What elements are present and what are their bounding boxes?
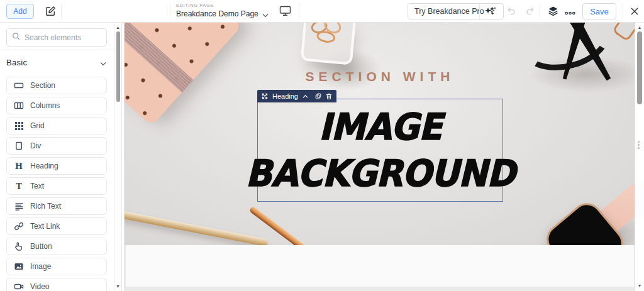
edit-pencil-icon: [45, 6, 56, 19]
divider: [170, 4, 170, 19]
responsive-preview-button[interactable]: [279, 6, 291, 18]
divider: [61, 4, 62, 19]
hero-section-image-background[interactable]: SECTION WITH Heading: [125, 23, 635, 245]
layers-icon: [548, 6, 558, 19]
hero-heading-line2: BACKGROUND: [245, 149, 514, 198]
element-button[interactable]: Button: [6, 238, 107, 255]
divider: [479, 4, 480, 19]
more-options-button[interactable]: [564, 6, 576, 18]
scroll-up-arrow[interactable]: ▲: [116, 25, 120, 30]
breakdance-editor: Add EDITING PAGE Breakdance Demo Page: [0, 0, 644, 291]
image-icon: [14, 261, 24, 272]
page-canvas: SECTION WITH Heading: [124, 23, 635, 291]
top-toolbar: Add EDITING PAGE Breakdance Demo Page: [0, 0, 644, 23]
element-image[interactable]: Image: [6, 258, 107, 275]
collapse-chevron-up-icon[interactable]: [303, 94, 308, 99]
chevron-down-icon: [100, 57, 106, 69]
editing-page-label: EDITING PAGE: [176, 3, 258, 8]
canvas-scrollbar-thumb[interactable]: [637, 31, 642, 104]
text-icon: T: [14, 181, 24, 191]
basic-group-header[interactable]: Basic: [0, 50, 114, 75]
canvas-scrollbar: ▲ ▼: [635, 23, 644, 291]
sidebar-scrollbar-thumb[interactable]: [116, 31, 120, 102]
try-pro-label: Try Breakdance Pro: [414, 7, 484, 16]
element-toolbar: Heading: [257, 90, 336, 102]
redo-icon: [525, 6, 535, 18]
element-text[interactable]: T Text: [6, 177, 107, 195]
rich-text-icon: [14, 201, 24, 211]
next-page-section[interactable]: [126, 245, 634, 287]
search-elements-input[interactable]: [25, 33, 100, 42]
element-div[interactable]: Div: [6, 137, 107, 155]
desktop-monitor-icon: [279, 6, 291, 19]
elements-sidebar: Basic Section Columns: [0, 23, 124, 291]
page-title: Breakdance Demo Page: [176, 9, 258, 18]
divider: [299, 4, 299, 19]
basic-group-label: Basic: [6, 58, 27, 67]
element-heading[interactable]: H Heading: [6, 157, 107, 175]
element-rich-text[interactable]: Rich Text: [6, 197, 107, 215]
ai-sparkles-icon: [484, 6, 495, 19]
duplicate-icon[interactable]: [315, 93, 321, 99]
undo-icon: [506, 6, 516, 18]
structure-panel-button[interactable]: [547, 6, 559, 18]
divider: [623, 4, 623, 19]
section-icon: [14, 80, 24, 91]
element-toolbar-label: Heading: [272, 92, 298, 100]
preview-resize-handle[interactable]: [638, 141, 640, 149]
save-button[interactable]: Save: [582, 3, 616, 19]
grid-icon: [14, 121, 24, 131]
scroll-down-arrow[interactable]: ▼: [116, 284, 120, 288]
text-link-icon: [14, 221, 24, 231]
search-icon: [12, 32, 21, 43]
heading-icon: H: [14, 161, 24, 171]
page-selector[interactable]: EDITING PAGE Breakdance Demo Page: [176, 3, 258, 18]
element-grid[interactable]: Grid: [6, 117, 107, 135]
element-video[interactable]: Video: [6, 278, 107, 291]
close-editor-button[interactable]: [628, 6, 641, 18]
divider: [540, 4, 540, 19]
button-pointer-icon: [14, 241, 24, 251]
ellipsis-icon: [565, 6, 575, 18]
element-columns[interactable]: Columns: [6, 97, 107, 114]
selected-heading-element[interactable]: IMAGE BACKGROUND: [257, 99, 503, 202]
redo-button[interactable]: [524, 6, 536, 18]
delete-trash-icon[interactable]: [326, 93, 332, 100]
element-list: Section Columns Grid: [6, 77, 107, 291]
undo-button[interactable]: [505, 6, 518, 18]
sidebar-scrollbar: ▲ ▼: [114, 23, 122, 291]
gold-pen: [125, 211, 269, 245]
ai-assistant-button[interactable]: [483, 6, 496, 18]
search-elements-box: [6, 28, 107, 47]
close-icon: [631, 6, 638, 18]
edit-page-button[interactable]: [44, 6, 57, 18]
chevron-down-icon: [262, 9, 269, 20]
scroll-up-arrow[interactable]: ▲: [638, 25, 642, 30]
hero-heading-line1: IMAGE: [319, 102, 441, 151]
glass-paperclip-jar: [301, 23, 356, 65]
section-eyebrow-text: SECTION WITH: [125, 69, 635, 84]
columns-icon: [14, 101, 24, 111]
drag-move-icon[interactable]: [262, 93, 268, 99]
element-section[interactable]: Section: [6, 77, 107, 94]
scroll-down-arrow[interactable]: ▼: [638, 283, 642, 288]
div-icon: [14, 141, 24, 151]
copper-paperclip: [612, 23, 635, 42]
video-camera-icon: [14, 282, 24, 291]
page-selector-chevron[interactable]: [259, 8, 272, 21]
element-text-link[interactable]: Text Link: [6, 217, 107, 235]
add-button[interactable]: Add: [6, 4, 34, 19]
